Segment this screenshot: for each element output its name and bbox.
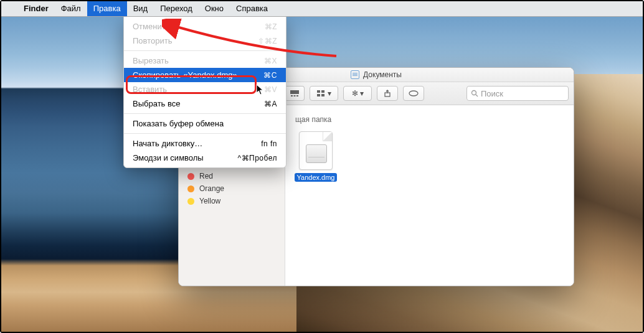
gear-icon: ✻ [352,89,358,98]
sidebar-tag-red[interactable]: Red [179,170,285,182]
path-fragment: щая папка [294,114,565,131]
svg-rect-17 [321,94,324,96]
sidebar-tag-yellow[interactable]: Yellow [179,195,285,207]
dd-redo: Повторить⇧⌘Z [124,34,286,48]
dd-copy[interactable]: Скопировать «Yandex.dmg»⌘C [124,68,286,82]
svg-rect-14 [317,90,320,93]
dd-cut: Вырезать⌘X [124,54,286,68]
tag-dot-icon [187,173,194,180]
dd-sep [124,133,286,134]
menu-bar: Finder Файл Правка Вид Переход Окно Спра… [1,1,643,17]
search-placeholder: Поиск [481,89,503,98]
chevron-down-icon: ▾ [328,89,331,98]
menu-file[interactable]: Файл [55,1,87,16]
dd-sep [124,113,286,114]
menu-app[interactable]: Finder [17,1,55,16]
screen: Finder Файл Правка Вид Переход Окно Спра… [0,0,644,333]
dd-select-all[interactable]: Выбрать все⌘A [124,96,286,111]
dd-dictation[interactable]: Начать диктовку…fn fn [124,136,286,151]
arrange-button[interactable]: ▾ [310,86,338,101]
dd-emoji[interactable]: Эмодзи и символы^⌘Пробел [124,151,286,165]
dd-show-clipboard[interactable]: Показать буфер обмена [124,116,286,131]
tag-dot-icon [187,185,194,192]
dd-undo: Отменить⌘Z [124,19,286,34]
file-item[interactable]: Yandex.dmg [294,131,338,182]
share-button[interactable] [377,86,398,101]
svg-line-21 [476,95,478,96]
folder-title-icon [351,70,359,79]
file-name: Yandex.dmg [295,173,338,182]
dd-paste: Вставить⌘V [124,82,286,96]
menu-help[interactable]: Справка [230,1,274,16]
svg-rect-13 [296,95,298,96]
finder-content[interactable]: щая папка Yandex.dmg [285,105,574,286]
menu-view[interactable]: Вид [127,1,154,16]
dd-sep [124,50,286,51]
svg-rect-16 [317,94,320,96]
gallery-view-button[interactable] [285,86,305,101]
finder-title: Документы [363,70,402,79]
menu-edit[interactable]: Правка [87,1,127,16]
svg-rect-11 [291,95,293,96]
tags-button[interactable] [403,86,424,101]
search-icon [471,90,478,97]
svg-point-20 [472,91,476,95]
svg-rect-10 [290,90,299,94]
menu-window[interactable]: Окно [199,1,230,16]
tag-dot-icon [187,198,194,205]
svg-rect-15 [321,90,324,93]
svg-point-19 [409,91,418,96]
chevron-down-icon: ▾ [360,89,364,98]
sidebar-item-label: Yellow [199,197,220,205]
dmg-file-icon [299,131,333,170]
search-field[interactable]: Поиск [466,86,569,101]
svg-rect-12 [294,95,296,96]
sidebar-item-label: Red [199,172,213,181]
menu-go[interactable]: Переход [154,1,199,16]
edit-dropdown: Отменить⌘Z Повторить⇧⌘Z Вырезать⌘X Скопи… [123,16,286,168]
sidebar-item-label: Orange [199,184,224,193]
sidebar-tag-orange[interactable]: Orange [179,182,285,195]
action-button[interactable]: ✻▾ [343,86,372,101]
